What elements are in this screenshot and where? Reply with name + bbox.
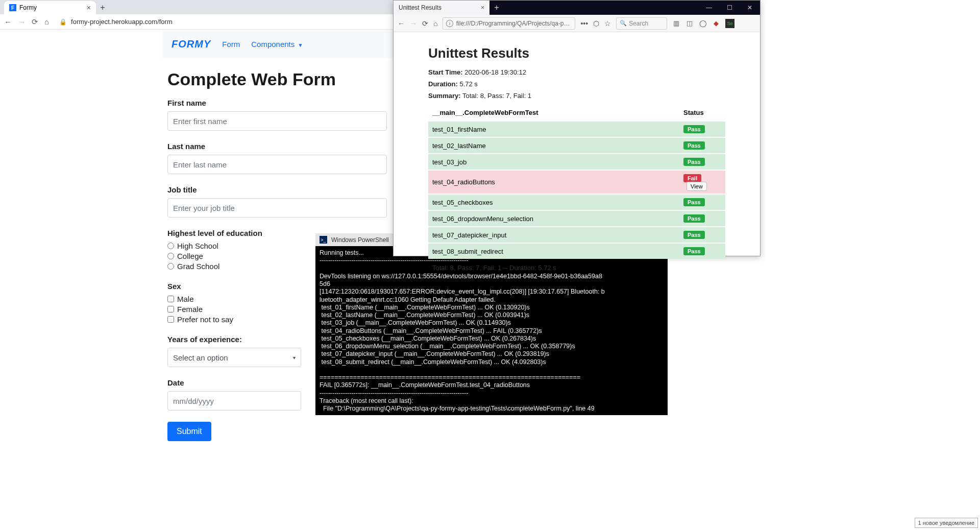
table-row[interactable]: test_01_firstNamePass <box>428 121 725 137</box>
tab-title: Formy <box>19 4 37 11</box>
close-tab-icon[interactable]: × <box>87 4 91 12</box>
url-bar[interactable]: i file:///D:/Programming/QA/Projects/qa-… <box>443 17 575 30</box>
window-buttons: — ☐ ✕ <box>699 1 760 15</box>
page-title: Complete Web Form <box>167 69 393 89</box>
account-icon[interactable]: ◯ <box>699 19 707 28</box>
test-name: test_08_submit_redirect <box>428 243 679 259</box>
new-tab-button[interactable]: + <box>96 1 109 14</box>
status-badge: Pass <box>683 214 705 223</box>
bookmark-star-icon[interactable]: ☆ <box>604 19 611 28</box>
nav-form-link[interactable]: Form <box>222 40 240 49</box>
table-row[interactable]: test_07_datepicker_inputPass <box>428 227 725 243</box>
home-icon[interactable]: ⌂ <box>433 19 437 28</box>
checkbox-input[interactable] <box>167 306 174 312</box>
formy-favicon: F <box>9 4 16 11</box>
table-header: __main__.CompleteWebFormTest Status <box>428 105 725 121</box>
formy-navbar: FORMY Form Components ▼ <box>162 30 393 58</box>
maximize-icon[interactable]: ☐ <box>719 1 740 15</box>
lock-icon: 🔒 <box>59 18 67 26</box>
chevron-down-icon: ▼ <box>298 42 303 48</box>
toolbar-right-icons: ▥ ◫ ◯ ◆ Se <box>672 19 734 28</box>
firefox-tab[interactable]: Unittest Results × <box>394 1 489 15</box>
close-window-icon[interactable]: ✕ <box>740 1 760 15</box>
first-name-input[interactable]: Enter first name <box>167 111 387 131</box>
job-title-label: Job title <box>167 185 393 194</box>
sidebar-icon[interactable]: ◫ <box>685 19 694 28</box>
checkbox-input[interactable] <box>167 316 174 323</box>
test-name: test_03_job <box>428 154 679 170</box>
nav-components-link[interactable]: Components ▼ <box>251 40 303 49</box>
status-badge: Pass <box>683 158 705 166</box>
tab-title: Unittest Results <box>399 4 442 11</box>
status-badge: Pass <box>683 198 705 206</box>
powershell-icon: >_ <box>320 236 327 244</box>
url-text: file:///D:/Programming/QA/Projects/qa-py… <box>456 20 572 27</box>
start-time-row: Start Time: 2020-06-18 19:30:12 <box>428 68 725 76</box>
job-title-input[interactable]: Enter your job title <box>167 198 387 218</box>
chrome-toolbar: ← → ⟳ ⌂ 🔒 formy-project.herokuapp.com/fo… <box>0 14 393 30</box>
unittest-title: Unittest Results <box>428 45 725 61</box>
last-name-label: Last name <box>167 142 393 151</box>
submit-button[interactable]: Submit <box>167 422 211 441</box>
status-badge: Fail <box>683 174 701 182</box>
status-cell: Pass <box>679 137 725 154</box>
firefox-titlebar: Unittest Results × + — ☐ ✕ <box>394 1 760 15</box>
table-row[interactable]: test_03_jobPass <box>428 154 725 170</box>
back-icon[interactable]: ← <box>4 17 12 26</box>
firefox-window: Unittest Results × + — ☐ ✕ ← → ⟳ ⌂ i fil… <box>393 0 761 256</box>
forward-icon[interactable]: → <box>18 17 26 26</box>
suite-header: __main__.CompleteWebFormTest <box>428 105 679 121</box>
status-cell: Pass <box>679 227 725 243</box>
status-cell: Pass <box>679 243 725 259</box>
powershell-title: Windows PowerShell <box>331 236 389 244</box>
home-icon[interactable]: ⌂ <box>44 17 49 26</box>
table-footer: Total: 8, Pass: 7, Fail: 1 -- Duration: … <box>428 259 725 277</box>
search-icon: 🔍 <box>620 20 627 27</box>
minimize-icon[interactable]: — <box>699 1 719 15</box>
back-icon[interactable]: ← <box>398 19 405 28</box>
reload-icon[interactable]: ⟳ <box>422 19 428 28</box>
new-tab-button[interactable]: + <box>489 1 504 15</box>
close-tab-icon[interactable]: × <box>481 4 484 11</box>
radio-input[interactable] <box>167 263 174 270</box>
status-cell: Pass <box>679 194 725 210</box>
library-icon[interactable]: ▥ <box>672 19 680 28</box>
results-table: __main__.CompleteWebFormTest Status test… <box>428 105 725 259</box>
reload-icon[interactable]: ⟳ <box>32 17 38 27</box>
test-name: test_07_datepicker_input <box>428 227 679 243</box>
status-badge: Pass <box>683 247 705 255</box>
url-bar[interactable]: 🔒 formy-project.herokuapp.com/form <box>55 18 389 26</box>
table-row[interactable]: test_06_dropdownMenu_selectionPass <box>428 210 725 227</box>
test-name: test_05_checkboxes <box>428 194 679 210</box>
status-badge: Pass <box>683 141 705 150</box>
selenium-icon[interactable]: Se <box>725 19 734 28</box>
search-box[interactable]: 🔍 Search <box>616 17 667 30</box>
test-name: test_02_lastName <box>428 137 679 154</box>
notification-toast[interactable]: 1 новое уведомление <box>915 518 978 528</box>
radio-input[interactable] <box>167 243 174 249</box>
chevron-down-icon: ▾ <box>293 355 296 360</box>
unittest-page: Unittest Results Start Time: 2020-06-18 … <box>394 32 760 282</box>
test-name: test_06_dropdownMenu_selection <box>428 210 679 227</box>
checkbox-input[interactable] <box>167 296 174 302</box>
date-input[interactable]: mm/dd/yyyy <box>167 391 301 411</box>
table-row[interactable]: test_08_submit_redirectPass <box>428 243 725 259</box>
forward-icon[interactable]: → <box>410 19 417 28</box>
status-badge: Pass <box>683 125 705 133</box>
pocket-icon[interactable]: ⬡ <box>593 19 599 28</box>
years-select[interactable]: Select an option ▾ <box>167 348 301 367</box>
table-row[interactable]: test_05_checkboxesPass <box>428 194 725 210</box>
brand-logo[interactable]: FORMY <box>172 38 211 50</box>
chrome-tabbar: F Formy × + <box>0 0 393 14</box>
ublock-icon[interactable]: ◆ <box>712 19 720 28</box>
more-icon[interactable]: ••• <box>580 19 588 28</box>
chrome-tab[interactable]: F Formy × <box>4 1 96 14</box>
radio-input[interactable] <box>167 253 174 259</box>
last-name-input[interactable]: Enter last name <box>167 155 387 174</box>
table-row[interactable]: test_02_lastNamePass <box>428 137 725 154</box>
status-cell: Pass <box>679 154 725 170</box>
view-button[interactable]: View <box>687 182 707 191</box>
duration-row: Duration: 5.72 s <box>428 80 725 88</box>
first-name-label: First name <box>167 99 393 107</box>
table-row[interactable]: test_04_radioButtonsFailView <box>428 170 725 194</box>
